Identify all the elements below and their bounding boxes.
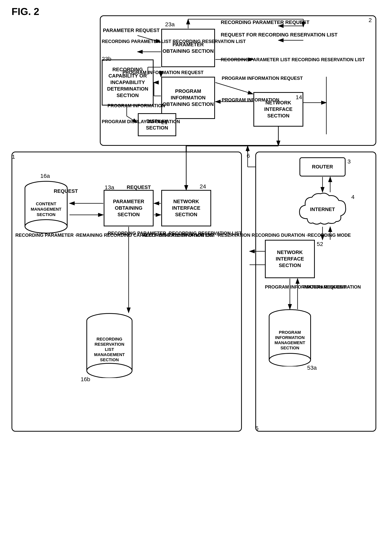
svg-text:RECORDING: RECORDING	[96, 337, 122, 342]
label-recording-param-list-top: RECORDING PARAMETER LIST RECORDING RESER…	[221, 57, 365, 63]
svg-text:SECTION: SECTION	[100, 358, 119, 362]
label-prog-info-request-right: PROGRAM INFORMATION REQUEST	[222, 75, 303, 81]
label-request-lower-mid: REQUEST	[127, 184, 151, 191]
internet-4: INTERNET	[296, 192, 349, 226]
ref-16a: 16a	[40, 173, 50, 179]
display-section-21: DISPLAY SECTION	[138, 113, 176, 136]
svg-text:PROGRAM: PROGRAM	[279, 330, 301, 335]
ref-6: 6	[247, 153, 250, 159]
router-3: ROUTER	[299, 157, 346, 176]
figure-label: FIG. 2	[12, 6, 39, 17]
label-request-for-recording: REQUEST FOR RECORDING RESERVATION LIST	[221, 32, 338, 38]
svg-text:MANAGEMENT: MANAGEMENT	[274, 340, 305, 345]
svg-text:CONTENT: CONTENT	[36, 201, 56, 206]
parameter-obtaining-23a: PARAMETER OBTAINING SECTION	[161, 29, 215, 67]
ref-16b: 16b	[81, 376, 90, 383]
ref-5: 5	[255, 425, 259, 431]
ref-3: 3	[348, 158, 351, 165]
network-interface-24: NETWORK INTERFACE SECTION	[161, 190, 211, 226]
program-info-obtaining-23c: PROGRAM INFORMATION OBTAINING SECTION	[161, 77, 215, 119]
label-prog-info-left: PROGRAM INFORMATION	[108, 103, 165, 109]
ref-52: 52	[317, 241, 323, 247]
recording-capability-23b: RECORDING CAPABILITY OR INCAPABILITY DET…	[102, 59, 154, 106]
network-interface-52: NETWORK INTERFACE SECTION	[265, 240, 315, 278]
ref-2: 2	[369, 17, 372, 23]
ref-23a: 23a	[165, 21, 175, 28]
svg-text:INTERNET: INTERNET	[310, 206, 335, 212]
label-recording-param-request-top: RECORDING PARAMETER REQUEST	[221, 19, 310, 26]
svg-point-4	[25, 220, 67, 233]
ref-1: 1	[12, 153, 15, 160]
label-recording-param-list: RECORDING PARAMETER LIST RECORDING RESER…	[102, 38, 246, 44]
svg-text:INFORMATION: INFORMATION	[275, 335, 305, 340]
recording-reservation-16b: RECORDING RESERVATION LIST MANAGEMENT SE…	[84, 313, 134, 378]
svg-text:MANAGEMENT: MANAGEMENT	[31, 207, 62, 212]
svg-text:LIST: LIST	[105, 347, 114, 352]
ref-13a: 13a	[105, 184, 114, 191]
label-prog-info-lower: PROGRAM INFORMATION	[303, 284, 361, 290]
ref-23b: 23b	[102, 56, 111, 62]
ref-24: 24	[200, 183, 206, 190]
program-info-mgmt-53a: PROGRAM INFORMATION MANAGEMENT SECTION	[267, 309, 313, 366]
label-prog-info-right: PROGRAM INFORMATION	[222, 97, 279, 103]
label-prog-display-info: PROGRAM DISPLAY INFORMATION	[102, 118, 180, 124]
svg-text:RESERVATION: RESERVATION	[95, 342, 124, 347]
ref-4: 4	[351, 194, 355, 200]
svg-point-23	[269, 353, 311, 366]
ref-14: 14	[296, 94, 302, 101]
parameter-obtaining-13a: PARAMETER OBTAINING SECTION	[104, 190, 154, 226]
label-recording-reservation-list: RECORDING RESERVATION LIST ·RESERVATION …	[142, 232, 351, 238]
svg-text:MANAGEMENT: MANAGEMENT	[94, 352, 125, 357]
label-prog-info-request-left: PROGRAM INFORMATION REQUEST	[122, 69, 203, 75]
label-request-lower-left: REQUEST	[54, 188, 78, 195]
svg-point-12	[87, 363, 132, 378]
svg-text:SECTION: SECTION	[281, 345, 299, 350]
svg-text:SECTION: SECTION	[37, 212, 55, 217]
label-parameter-request: PARAMETER REQUEST	[103, 27, 160, 34]
ref-53a: 53a	[307, 365, 317, 371]
